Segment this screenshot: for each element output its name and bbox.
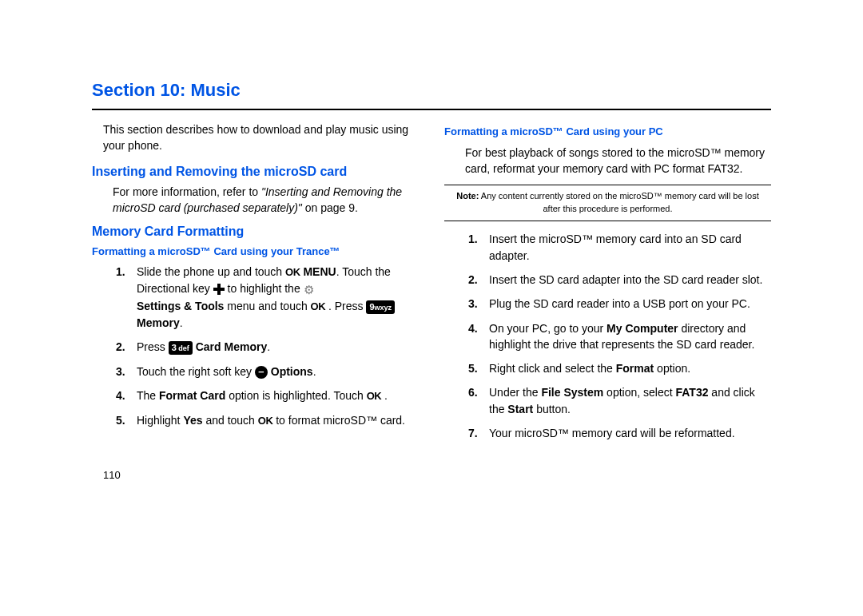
step-6: 6. Under the File System option, select … bbox=[468, 384, 771, 417]
step-5: 5. Right click and select the Format opt… bbox=[468, 360, 771, 376]
text: . Press bbox=[328, 300, 366, 312]
right-column: Formatting a microSD™ Card using your PC… bbox=[444, 121, 771, 483]
page: Section 10: Music This section describes… bbox=[0, 0, 863, 515]
dpad-icon bbox=[213, 284, 225, 295]
text: . bbox=[180, 316, 183, 329]
heading-format-pc: Formatting a microSD™ Card using your PC bbox=[444, 125, 771, 140]
text: Under the bbox=[489, 386, 541, 399]
step-7: 7. Your microSD™ memory card will be ref… bbox=[468, 425, 771, 441]
text: Your microSD™ memory card will be reform… bbox=[489, 427, 735, 439]
section-title: Section 10: Music bbox=[92, 80, 771, 104]
yes-bold: Yes bbox=[183, 414, 202, 427]
text: to highlight the bbox=[228, 282, 304, 295]
step-num: 1. bbox=[116, 264, 125, 280]
text: Slide the phone up and touch bbox=[137, 265, 285, 278]
ok-icon: OK bbox=[258, 414, 273, 429]
heading-memory-format: Memory Card Formatting bbox=[92, 222, 419, 240]
format-card-bold: Format Card bbox=[159, 389, 225, 402]
start-bold: Start bbox=[507, 403, 533, 415]
text: option is highlighted. Touch bbox=[229, 389, 367, 402]
key-3def-icon: 3 def bbox=[169, 341, 193, 355]
text: option, select bbox=[606, 386, 675, 399]
key-9wxyz-icon: 9wxyz bbox=[366, 300, 395, 314]
ref-prefix: For more information, refer to bbox=[113, 185, 261, 198]
heading-insert-remove: Inserting and Removing the microSD card bbox=[92, 162, 419, 181]
fat32-bold: FAT32 bbox=[675, 386, 708, 399]
options-bold: Options bbox=[271, 365, 313, 378]
menu-bold: MENU bbox=[303, 265, 336, 278]
step-num: 7. bbox=[468, 425, 478, 441]
step-num: 2. bbox=[468, 272, 478, 288]
text: option. bbox=[657, 362, 690, 375]
text: button. bbox=[536, 403, 571, 415]
step-num: 6. bbox=[468, 384, 478, 400]
text: Press bbox=[137, 340, 169, 353]
memory-bold: Memory bbox=[137, 316, 180, 329]
intro-text: This section describes how to download a… bbox=[103, 121, 419, 154]
step-num: 3. bbox=[116, 364, 125, 380]
right-intro: For best playback of songs stored to the… bbox=[465, 145, 771, 177]
text: Touch the right soft key bbox=[137, 365, 255, 378]
step-4: 4. On your PC, go to your My Computer di… bbox=[468, 320, 771, 353]
note-box: Note: Any content currently stored on th… bbox=[444, 185, 771, 221]
step-1: 1. Slide the phone up and touch OK MENU.… bbox=[116, 264, 419, 331]
step-3: 3. Touch the right soft key – Options. bbox=[116, 364, 419, 380]
ok-icon: OK bbox=[311, 300, 326, 315]
text: . bbox=[313, 365, 316, 378]
step-5: 5. Highlight Yes and touch OK to format … bbox=[116, 412, 419, 429]
text: Insert the SD card adapter into the SD c… bbox=[489, 273, 762, 286]
left-column: This section describes how to download a… bbox=[92, 121, 419, 483]
text: and touch bbox=[205, 414, 257, 427]
text: . bbox=[384, 389, 388, 402]
file-system-bold: File System bbox=[541, 386, 603, 399]
note-text: Any content currently stored on the micr… bbox=[479, 191, 758, 213]
ok-icon: OK bbox=[367, 389, 382, 404]
softkey-dash-icon: – bbox=[255, 366, 268, 379]
text: Highlight bbox=[137, 414, 183, 427]
card-memory-bold: Card Memory bbox=[196, 340, 267, 353]
text: menu and touch bbox=[227, 300, 310, 312]
left-steps: 1. Slide the phone up and touch OK MENU.… bbox=[116, 264, 419, 428]
text: On your PC, go to your bbox=[489, 322, 606, 335]
text: Plug the SD card reader into a USB port … bbox=[489, 297, 750, 310]
page-number: 110 bbox=[92, 468, 419, 483]
title-rule bbox=[92, 109, 771, 110]
my-computer-bold: My Computer bbox=[606, 322, 678, 335]
heading-format-trance: Formatting a microSD™ Card using your Tr… bbox=[92, 244, 419, 260]
text: Insert the microSD™ memory card into an … bbox=[489, 232, 742, 261]
text: The bbox=[137, 389, 159, 402]
step-num: 1. bbox=[468, 231, 478, 247]
gear-icon: ⚙ bbox=[304, 281, 314, 299]
text: to format microSD™ card. bbox=[276, 414, 405, 427]
step-1: 1. Insert the microSD™ memory card into … bbox=[468, 231, 771, 264]
columns: This section describes how to download a… bbox=[92, 121, 771, 483]
text: . bbox=[267, 340, 270, 353]
step-num: 2. bbox=[116, 339, 125, 355]
text: Right click and select the bbox=[489, 362, 616, 375]
ref-suffix: on page 9. bbox=[305, 201, 358, 214]
step-num: 5. bbox=[468, 360, 478, 376]
note-label: Note: bbox=[456, 191, 479, 201]
settings-tools-bold: Settings & Tools bbox=[137, 300, 224, 312]
reference-text: For more information, refer to "Insertin… bbox=[113, 184, 419, 217]
step-4: 4. The Format Card option is highlighted… bbox=[116, 387, 419, 404]
step-3: 3. Plug the SD card reader into a USB po… bbox=[468, 296, 771, 312]
step-num: 3. bbox=[468, 296, 478, 312]
right-steps: 1. Insert the microSD™ memory card into … bbox=[468, 231, 771, 441]
step-num: 4. bbox=[468, 320, 478, 336]
ok-icon: OK bbox=[285, 265, 300, 280]
step-2: 2. Insert the SD card adapter into the S… bbox=[468, 272, 771, 288]
format-bold: Format bbox=[616, 362, 654, 375]
step-num: 4. bbox=[116, 387, 125, 403]
step-num: 5. bbox=[116, 412, 125, 428]
step-2: 2. Press 3 def Card Memory. bbox=[116, 339, 419, 355]
